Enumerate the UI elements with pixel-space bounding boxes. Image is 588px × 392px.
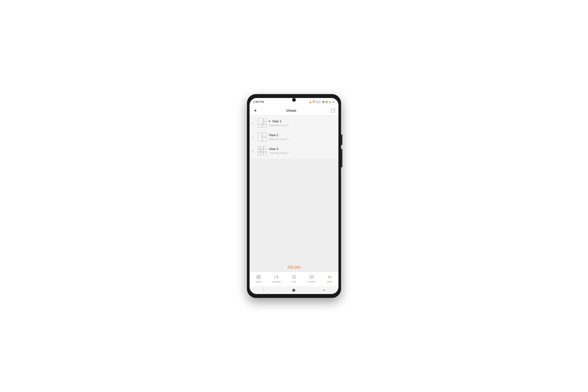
alarm-icon: 🔔 bbox=[309, 100, 312, 103]
svg-rect-13 bbox=[264, 149, 266, 152]
select-button[interactable] bbox=[330, 108, 336, 114]
view-info-2: View 2 channels count: 3 bbox=[269, 133, 336, 140]
view-name-3: View 3 bbox=[269, 147, 278, 151]
svg-rect-16 bbox=[264, 152, 266, 155]
signal-icon: 📶 bbox=[325, 101, 328, 103]
svg-rect-0 bbox=[258, 119, 263, 124]
svg-rect-19 bbox=[257, 277, 258, 279]
view-sub-2: channels count: 3 bbox=[269, 138, 288, 140]
nav-item-cameras[interactable]: Cameras bbox=[267, 275, 285, 283]
phone-device: 2:58 PM 🔔 ⏰ ◂ 💬 🔷 📶 📡 🔋 Views bbox=[247, 94, 341, 298]
svg-rect-20 bbox=[259, 277, 260, 279]
views-nav-icon bbox=[256, 275, 260, 280]
svg-rect-3 bbox=[258, 124, 262, 128]
view-thumbnail-3 bbox=[258, 146, 267, 156]
svg-point-25 bbox=[294, 278, 294, 279]
nav-item-views[interactable]: Views bbox=[250, 275, 267, 283]
svg-rect-2 bbox=[264, 122, 266, 124]
views-nav-label: Views bbox=[256, 280, 261, 283]
status-icons: 🔔 ⏰ ◂ 💬 🔷 📶 📡 🔋 bbox=[309, 100, 335, 103]
views-list: 1 View 1 bbox=[250, 115, 338, 159]
checkbox-icon bbox=[331, 109, 335, 112]
page-title: Views bbox=[252, 108, 330, 113]
status-time: 2:58 PM bbox=[253, 100, 264, 104]
view-thumbnail-2 bbox=[258, 132, 267, 142]
system-nav-bar: ▪ ⬤ ◂ bbox=[250, 286, 338, 294]
nav-icon-status: ◂ bbox=[316, 100, 317, 103]
events-nav-label: Events bbox=[308, 280, 315, 283]
more-nav-label: More bbox=[327, 280, 332, 283]
view-number-1: 1 bbox=[252, 122, 255, 125]
add-view-container: Add view bbox=[250, 262, 338, 272]
svg-rect-17 bbox=[257, 275, 258, 277]
content-area: 1 View 1 bbox=[250, 115, 338, 272]
home-button[interactable]: ⬤ bbox=[292, 288, 296, 292]
power-button bbox=[341, 149, 342, 167]
view-item-1[interactable]: 1 View 1 bbox=[250, 116, 338, 130]
wifi-icon: 📡 bbox=[329, 101, 331, 103]
svg-rect-11 bbox=[258, 149, 260, 152]
view-name-2: View 2 bbox=[269, 133, 278, 137]
svg-rect-7 bbox=[262, 137, 266, 142]
svg-rect-30 bbox=[311, 277, 312, 278]
events-nav-icon bbox=[310, 275, 314, 280]
view-info-3: View 3 channels count: 3 bbox=[269, 147, 336, 154]
view-info-1: View 1 channels count: 5 bbox=[269, 120, 336, 127]
svg-rect-12 bbox=[260, 149, 263, 152]
svg-rect-9 bbox=[260, 146, 263, 149]
view-name-row-1: View 1 bbox=[269, 120, 336, 123]
cameras-nav-label: Cameras bbox=[272, 280, 281, 283]
nav-item-eva[interactable]: Eva bbox=[285, 275, 303, 283]
svg-rect-4 bbox=[262, 124, 266, 128]
nav-item-events[interactable]: Events bbox=[303, 275, 321, 283]
svg-rect-8 bbox=[258, 146, 260, 149]
recent-apps-button[interactable]: ▪ bbox=[264, 288, 264, 292]
view-name-row-2: View 2 bbox=[269, 133, 336, 137]
cameras-nav-icon bbox=[274, 275, 278, 280]
app-header: Views bbox=[250, 106, 338, 115]
view-item-2[interactable]: 2 View 2 channels count: 3 bbox=[250, 130, 338, 144]
content-spacer bbox=[250, 159, 338, 262]
view-number-2: 2 bbox=[252, 136, 255, 138]
bluetooth-icon: 🔷 bbox=[322, 101, 324, 103]
view-item-3[interactable]: 3 bbox=[250, 144, 338, 158]
camera-notch bbox=[292, 98, 296, 102]
phone-screen: 2:58 PM 🔔 ⏰ ◂ 💬 🔷 📶 📡 🔋 Views bbox=[250, 98, 338, 294]
eva-nav-icon bbox=[292, 275, 296, 280]
back-system-button[interactable]: ◂ bbox=[323, 288, 324, 292]
svg-rect-5 bbox=[258, 132, 262, 142]
more-nav-icon bbox=[328, 275, 332, 280]
svg-rect-26 bbox=[310, 276, 314, 279]
nav-item-more[interactable]: More bbox=[321, 275, 338, 283]
svg-rect-15 bbox=[260, 152, 263, 155]
svg-rect-6 bbox=[262, 132, 266, 137]
clock-icon: ⏰ bbox=[312, 100, 315, 103]
message-icon: 💬 bbox=[318, 100, 321, 103]
svg-rect-1 bbox=[264, 119, 266, 121]
bottom-nav: Views Cameras bbox=[250, 272, 338, 286]
svg-rect-14 bbox=[258, 152, 260, 155]
battery-icon: 🔋 bbox=[332, 101, 335, 103]
view-sub-3: channels count: 3 bbox=[269, 152, 288, 154]
view-name-row-3: View 3 bbox=[269, 147, 336, 151]
svg-rect-21 bbox=[274, 276, 277, 278]
add-view-button[interactable]: Add view bbox=[288, 265, 300, 269]
view-number-3: 3 bbox=[252, 149, 255, 152]
play-icon-1 bbox=[269, 120, 271, 122]
svg-rect-18 bbox=[259, 275, 260, 277]
svg-rect-10 bbox=[264, 146, 266, 149]
view-name-1: View 1 bbox=[272, 120, 282, 123]
volume-button bbox=[341, 134, 342, 145]
view-sub-1: channels count: 5 bbox=[269, 124, 288, 126]
eva-nav-label: Eva bbox=[292, 280, 296, 283]
view-thumbnail-1 bbox=[258, 118, 267, 128]
